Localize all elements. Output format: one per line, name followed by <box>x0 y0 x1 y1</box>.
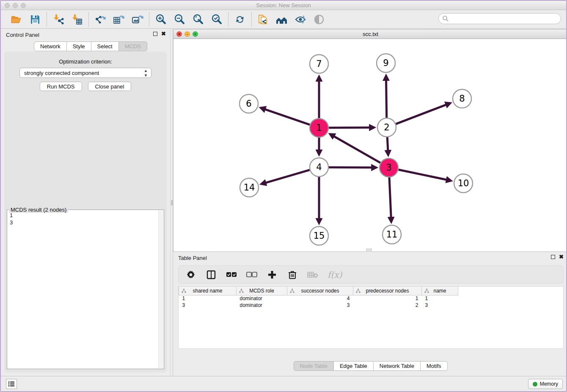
save-session-icon[interactable] <box>29 13 41 26</box>
window-titlebar: Session: New Session <box>1 1 566 10</box>
add-column-icon[interactable] <box>267 269 278 280</box>
edge-1-6[interactable] <box>265 109 310 124</box>
graph-node-14[interactable]: 14 <box>240 178 259 197</box>
tab-style[interactable]: Style <box>67 41 91 51</box>
graph-node-15[interactable]: 15 <box>310 226 328 245</box>
graph-node-1[interactable]: 1 <box>310 119 328 137</box>
zoom-out-icon[interactable] <box>173 13 186 26</box>
search-field[interactable] <box>438 13 561 24</box>
graph-node-10[interactable]: 10 <box>454 174 473 193</box>
criterion-dropdown[interactable]: strongly connected component ▲▼ <box>19 68 151 78</box>
edge-4-14[interactable] <box>266 170 310 182</box>
column-header-label: MCDS role <box>249 288 274 294</box>
tab-select[interactable]: Select <box>91 41 119 51</box>
edge-2-3[interactable] <box>387 137 388 150</box>
deselect-all-columns-icon[interactable] <box>246 269 257 280</box>
table-cell[interactable]: 1 <box>353 295 422 302</box>
column-header-label: successor nodes <box>301 288 339 294</box>
graph-node-11[interactable]: 11 <box>383 225 401 244</box>
column-header-shared-name[interactable]: shared name <box>179 287 237 295</box>
edge-3-1[interactable] <box>334 136 380 163</box>
table-row[interactable]: 3dominator323 <box>179 302 458 309</box>
table-cell[interactable]: 1 <box>422 295 458 302</box>
table-cell[interactable]: dominator <box>237 295 287 302</box>
result-scrollbar[interactable] <box>158 210 163 368</box>
tab-node-table[interactable]: Node Table <box>293 361 334 371</box>
edge-2-9[interactable] <box>386 80 387 118</box>
tab-motifs[interactable]: Motifs <box>421 361 448 371</box>
graph-node-8[interactable]: 8 <box>453 89 471 108</box>
show-all-networks-icon[interactable] <box>275 13 288 26</box>
delete-column-trash-icon[interactable] <box>287 269 298 280</box>
tab-mcds[interactable]: MCDS <box>119 41 147 51</box>
memory-button[interactable]: Memory <box>528 379 563 389</box>
table-cell[interactable]: 2 <box>353 302 422 309</box>
import-table-icon[interactable] <box>71 13 83 26</box>
mcds-result-list[interactable]: 13 <box>8 212 158 368</box>
vertical-splitter[interactable] <box>170 29 173 376</box>
column-header-label: predecessor nodes <box>366 288 409 294</box>
graph-node-2[interactable]: 2 <box>377 118 396 137</box>
edge-3-11[interactable] <box>389 177 391 217</box>
tab-network-table[interactable]: Network Table <box>374 361 421 371</box>
float-panel-icon[interactable] <box>153 32 157 36</box>
dropdown-stepper-icon: ▲▼ <box>144 69 148 78</box>
open-session-icon[interactable] <box>10 13 23 26</box>
node-label: 3 <box>386 163 391 173</box>
zoom-selected-icon[interactable] <box>210 13 223 26</box>
close-table-panel-icon[interactable]: ✖ <box>559 255 564 259</box>
column-header-MCDS-role[interactable]: MCDS role <box>237 287 287 295</box>
import-network-icon[interactable] <box>52 13 65 26</box>
hide-panel-eye-icon[interactable] <box>294 13 307 26</box>
table-row[interactable]: 1dominator411 <box>179 295 458 302</box>
table-cell[interactable]: 3 <box>422 302 458 309</box>
network-splitter-handle[interactable] <box>366 248 372 251</box>
zoom-fit-icon[interactable] <box>192 13 204 26</box>
export-image-icon[interactable] <box>131 13 144 26</box>
column-layout-icon[interactable] <box>206 269 217 280</box>
edge-3-10[interactable] <box>399 170 446 180</box>
splitter-handle[interactable] <box>171 200 173 205</box>
node-label: 11 <box>386 229 398 240</box>
export-table-icon[interactable] <box>113 13 125 26</box>
network-canvas[interactable]: 7968124314101511 <box>173 39 567 251</box>
graph-node-7[interactable]: 7 <box>310 55 328 73</box>
table-cell[interactable]: 3 <box>287 302 353 309</box>
search-input[interactable] <box>449 14 561 23</box>
node-label: 4 <box>316 162 322 172</box>
edge-1-2[interactable] <box>329 127 369 128</box>
copy-network-icon[interactable] <box>257 13 270 26</box>
node-table[interactable]: shared nameMCDS rolesuccessor nodesprede… <box>179 287 458 309</box>
column-header-name[interactable]: name <box>422 287 458 295</box>
table-cell[interactable]: 4 <box>287 295 353 302</box>
node-label: 7 <box>316 59 322 69</box>
graph-node-9[interactable]: 9 <box>377 54 395 72</box>
column-header-predecessor-nodes[interactable]: predecessor nodes <box>353 287 422 295</box>
table-panel: Table Panel ✖ <box>173 252 567 376</box>
graph-node-3[interactable]: 3 <box>380 158 398 177</box>
select-all-columns-icon[interactable] <box>226 269 237 280</box>
run-mcds-button[interactable]: Run MCDS <box>40 82 82 91</box>
close-panel-icon[interactable]: ✖ <box>161 32 166 36</box>
graph-node-4[interactable]: 4 <box>310 158 328 177</box>
tab-edge-table[interactable]: Edge Table <box>334 361 374 371</box>
table-cell[interactable]: dominator <box>237 302 287 309</box>
edge-2-8[interactable] <box>396 105 446 124</box>
task-history-button[interactable] <box>6 379 17 389</box>
export-network-icon[interactable] <box>94 13 107 26</box>
table-settings-gear-icon[interactable] <box>185 269 196 280</box>
zoom-in-icon[interactable] <box>154 13 167 26</box>
table-cell[interactable]: 1 <box>179 295 237 302</box>
memory-label: Memory <box>540 381 558 387</box>
graph-node-6[interactable]: 6 <box>239 94 258 113</box>
column-type-icon <box>239 289 244 293</box>
close-panel-button[interactable]: Close panel <box>88 82 132 91</box>
float-table-panel-icon[interactable] <box>551 255 555 259</box>
network-graph[interactable]: 7968124314101511 <box>173 39 567 251</box>
refresh-icon[interactable] <box>234 13 246 26</box>
edge-4-3[interactable] <box>329 167 372 168</box>
network-window-titlebar[interactable]: ✕ – + scc.txt <box>173 30 567 39</box>
tab-network[interactable]: Network <box>34 41 67 51</box>
column-header-successor-nodes[interactable]: successor nodes <box>287 287 353 295</box>
table-cell[interactable]: 3 <box>179 302 237 309</box>
